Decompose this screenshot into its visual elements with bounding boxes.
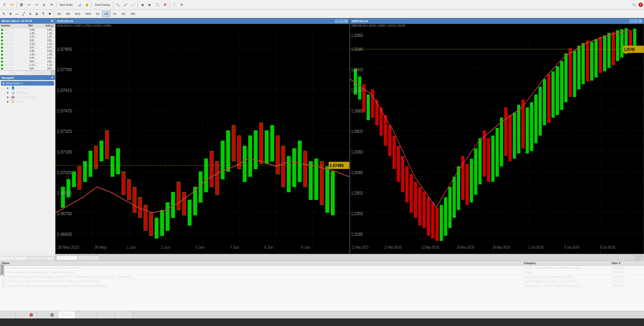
mw-scroll-up[interactable]: ▲ <box>50 24 54 27</box>
bottom-panel: ✕ Name Category Date ▼ 📄 Creating an EA … <box>0 261 644 311</box>
eurusd-chart-body[interactable]: 1.07905 1.07760 1.07615 1.07470 1.07325 … <box>56 28 349 254</box>
chart-scroll-right[interactable]: ▶ <box>639 256 643 260</box>
tab-articles[interactable]: Articles <box>58 311 75 318</box>
autotrading-btn[interactable]: AutoTrading <box>93 1 112 8</box>
copy-btn[interactable]: 📋 <box>154 1 161 8</box>
navigator-close-btn[interactable]: ✕ <box>51 76 54 79</box>
tab-experts[interactable]: Experts <box>97 311 115 318</box>
eurusd-minimize-btn[interactable]: _ <box>335 19 339 23</box>
tf-w1[interactable]: W1 <box>119 11 128 17</box>
market-watch-row[interactable]: CADJPY 104.... 104.... <box>0 67 55 70</box>
back-btn[interactable]: ◀ <box>139 1 146 8</box>
account-btn[interactable]: 💰 <box>83 1 90 8</box>
chart-tab-eurusd[interactable]: EURUSD,H4 <box>56 256 77 260</box>
article-row[interactable]: 📄 How to Become a Successful Signal Prov… <box>0 270 644 275</box>
eurusd-maximize-btn[interactable]: □ <box>339 19 343 23</box>
gbpusd-close-btn[interactable]: ✕ <box>638 19 642 23</box>
text-btn[interactable]: A <box>34 11 40 17</box>
market-watch-row[interactable]: GBPCHF 1.13... 1.13... <box>0 63 55 67</box>
line-btn[interactable]: — <box>14 11 20 17</box>
market-watch-row[interactable]: EURJPY 149.... 149.... <box>0 60 55 63</box>
print-btn[interactable]: 🖨 <box>41 1 48 8</box>
new-chart-btn[interactable]: 🗒 <box>1 1 8 8</box>
tab-journal[interactable]: Journal <box>115 311 132 318</box>
market-watch-row[interactable]: EURCHF 0.97... 0.97... <box>0 56 55 60</box>
nav-tab-common[interactable]: Common <box>0 256 28 261</box>
zoom-out-btn[interactable]: 🔎 <box>122 1 129 8</box>
paste-btn[interactable]: 📌 <box>162 1 169 8</box>
market-watch-row[interactable]: USDCHF 0.90... 0.90... <box>0 28 55 32</box>
tf-m30[interactable]: M30 <box>83 11 93 17</box>
tf-h4[interactable]: H4 <box>102 11 110 17</box>
market-watch-row[interactable]: EURAUD 1.59... 1.59... <box>0 53 55 56</box>
clock-btn[interactable]: 🕐 <box>171 1 178 8</box>
main-toolbar: 🗒 📂 🖼 ↩ ↪ 🖨 ✉ New Order 📊 💰 AutoTrading … <box>0 0 644 10</box>
tf-d1[interactable]: D1 <box>111 11 119 17</box>
email-btn[interactable]: ✉ <box>48 1 55 8</box>
article-row[interactable]: 📄 Creating an EA that works automaticall… <box>0 266 644 270</box>
nav-indicators[interactable]: ▶ 📊 Indicators <box>6 90 54 95</box>
terminal-side-tab[interactable]: Terminal <box>0 264 4 276</box>
tab-symbols[interactable]: Symbols <box>0 71 26 75</box>
tf-m15[interactable]: M15 <box>73 11 83 17</box>
nav-scripts[interactable]: ▶ 📜 Scripts <box>6 99 54 104</box>
symbol-name: AUDUSD <box>4 46 14 49</box>
svg-rect-125 <box>422 192 426 228</box>
crosshair-btn[interactable]: ✛ <box>8 11 14 17</box>
zoom-in-btn[interactable]: 🔍 <box>114 1 122 8</box>
ask-price: 0.97... <box>36 57 54 59</box>
nav-tab-favorites[interactable]: Favorites <box>28 256 55 261</box>
tf-m1[interactable]: M1 <box>55 11 63 17</box>
open-btn[interactable]: 📂 <box>9 1 16 8</box>
nav-accounts[interactable]: ▶ 👤 Accounts <box>6 86 54 90</box>
market-watch-row[interactable]: USDJPY 139.... 139.... <box>0 39 55 42</box>
market-watch-row[interactable]: EURUSD 1.07... 1.07... <box>0 35 55 39</box>
chart-scroll-left[interactable]: ◀ <box>634 256 638 260</box>
bottom-tabs-bar: Alerts Mailbox 1 Market 88 Articles Code… <box>0 311 644 318</box>
gbpusd-maximize-btn[interactable]: □ <box>634 19 638 23</box>
svg-rect-51 <box>232 125 236 161</box>
market-watch-row[interactable]: AUDUSD 0.67... 0.67... <box>0 46 55 49</box>
chart-tab-gbpusd[interactable]: GBPUSD,H4 <box>78 256 99 260</box>
tab-market[interactable]: Market 88 <box>37 311 58 318</box>
gbpusd-minimize-btn[interactable]: _ <box>629 19 633 23</box>
nav-root[interactable]: 🖥 MetaTrader 4 <box>1 81 54 86</box>
tf-m5[interactable]: M5 <box>64 11 72 17</box>
gbpusd-chart-body[interactable]: 1.25950 1.25680 1.25415 1.25150 1.24885 … <box>350 28 644 254</box>
forward-btn[interactable]: ▶ <box>146 1 153 8</box>
market-watch-close-btn[interactable]: ✕ <box>51 19 54 23</box>
chart-btn[interactable]: 📈 <box>130 1 137 8</box>
profiles-btn[interactable]: 🖼 <box>18 1 25 8</box>
diagonal-line-btn[interactable]: ╱ <box>21 11 27 17</box>
settings-btn[interactable]: ⚙ <box>178 1 185 8</box>
tab-alerts[interactable]: Alerts <box>0 311 15 318</box>
eurusd-close-btn[interactable]: ✕ <box>344 19 348 23</box>
tab-codebase[interactable]: Code Base <box>75 311 97 318</box>
arrow-down-btn[interactable]: ▼ <box>47 11 53 17</box>
history-btn[interactable]: 📊 <box>76 1 83 8</box>
tf-mn[interactable]: MN <box>129 11 137 17</box>
redo-btn[interactable]: ↪ <box>33 1 40 8</box>
article-row[interactable]: 📄 Automated exchange grid trading using … <box>0 284 644 288</box>
ask-price: 0.67... <box>36 46 54 49</box>
new-order-btn[interactable]: New Order <box>57 1 75 8</box>
nav-expert-advisors[interactable]: ▶ 🤖 Expert Advisors <box>6 95 54 99</box>
article-row[interactable]: 📄 Improve Your Trading Charts With Inter… <box>0 279 644 284</box>
market-watch-row[interactable]: GBPUSD 1.25... 1.25... <box>0 32 55 35</box>
arrow-cursor-btn[interactable]: ↖ <box>1 11 7 17</box>
nav-root-label: MetaTrader 4 <box>6 82 23 85</box>
nav-accounts-label: Accounts <box>16 86 27 89</box>
tf-h1[interactable]: H1 <box>94 11 102 17</box>
market-watch-row[interactable]: USDCAD 1.33... 1.33... <box>0 42 55 46</box>
mw-scroll-down[interactable]: ▼ <box>51 71 55 75</box>
svg-rect-43 <box>188 200 191 226</box>
tab-mailbox[interactable]: Mailbox 1 <box>15 311 37 318</box>
market-watch-row[interactable]: EURGBP 0.85... 0.85... <box>0 49 55 53</box>
tab-tick-chart[interactable]: Tick Chart <box>26 71 51 75</box>
channel-btn[interactable]: ≡ <box>27 11 33 17</box>
article-date: 2023.06.19 <box>612 275 642 278</box>
search-btn[interactable]: 🔍 <box>630 1 637 8</box>
undo-btn[interactable]: ↩ <box>25 1 32 8</box>
article-row[interactable]: 📄 Multilayer perceptron and backpropagat… <box>0 275 644 279</box>
period-sep-btn[interactable]: T <box>40 11 46 17</box>
